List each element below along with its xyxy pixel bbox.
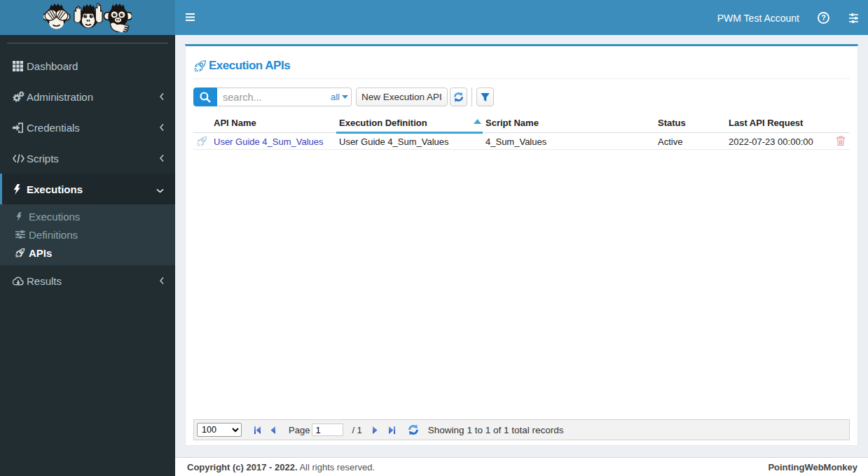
svg-text:?: ? (821, 13, 826, 22)
